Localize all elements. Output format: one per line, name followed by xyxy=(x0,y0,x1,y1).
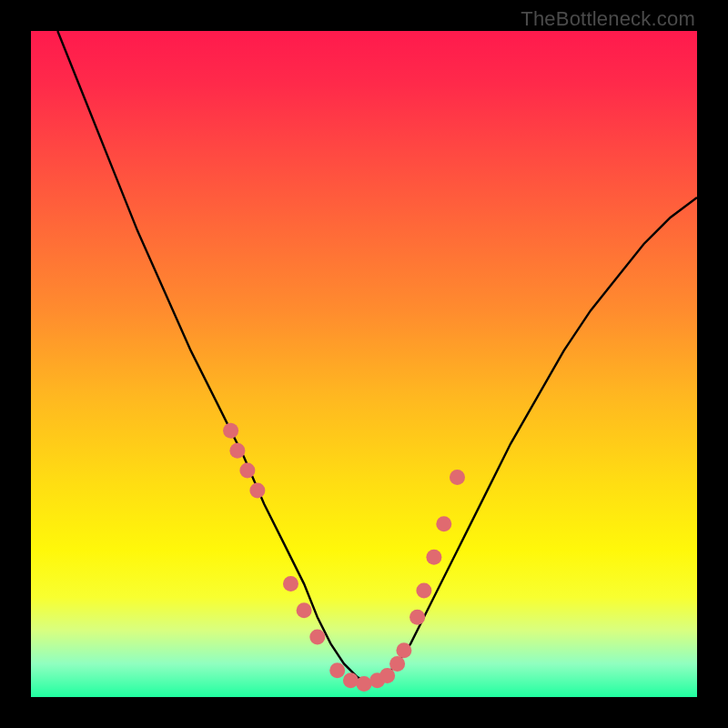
marker-dot xyxy=(396,642,411,658)
marker-dot xyxy=(357,676,372,692)
marker-dot xyxy=(223,423,238,439)
chart-svg xyxy=(31,31,697,697)
marker-dots xyxy=(223,423,465,692)
curve-line xyxy=(57,31,697,683)
marker-dot xyxy=(436,516,451,531)
marker-dot xyxy=(343,672,359,688)
marker-dot xyxy=(239,463,255,479)
marker-dot xyxy=(416,582,431,598)
marker-dot xyxy=(379,668,395,683)
marker-dot xyxy=(329,662,345,678)
marker-dot xyxy=(426,550,441,565)
marker-dot xyxy=(249,483,265,499)
marker-dot xyxy=(410,610,425,625)
marker-dot xyxy=(229,443,245,459)
marker-dot xyxy=(309,630,325,645)
marker-dot xyxy=(450,470,465,485)
watermark-text: TheBottleneck.com xyxy=(521,7,695,31)
marker-dot xyxy=(389,656,405,672)
marker-dot xyxy=(283,576,298,592)
marker-dot xyxy=(297,602,312,618)
